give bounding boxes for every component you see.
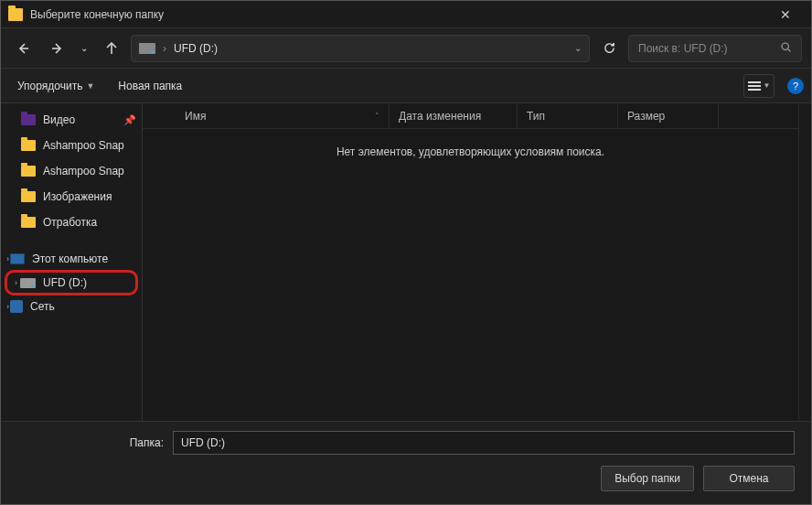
close-button[interactable]: ✕: [767, 1, 804, 28]
video-folder-icon: [21, 114, 36, 125]
window-title: Выберите конечную папку: [30, 8, 767, 21]
button-label: Выбор папки: [614, 472, 680, 485]
folder-icon: [8, 8, 23, 21]
address-bar[interactable]: › UFD (D:) ⌄: [131, 35, 590, 62]
folder-picker-dialog: Выберите конечную папку ✕ ⌄ › UFD (D:) ⌄…: [0, 0, 812, 505]
search-placeholder: Поиск в: UFD (D:): [638, 42, 728, 55]
sidebar-label: Ashampoo Snap: [43, 139, 124, 152]
computer-icon: [10, 253, 25, 264]
folder-name-value: UFD (D:): [181, 436, 225, 449]
search-input[interactable]: Поиск в: UFD (D:): [628, 35, 802, 62]
expand-icon[interactable]: ›: [6, 302, 9, 311]
folder-name-input[interactable]: UFD (D:): [173, 431, 795, 455]
address-dropdown-icon[interactable]: ⌄: [574, 43, 582, 53]
expand-icon[interactable]: ›: [6, 254, 9, 263]
column-label: Дата изменения: [399, 110, 481, 123]
network-icon: [10, 300, 23, 313]
sidebar-item-ufd[interactable]: › UFD (D:): [5, 270, 138, 295]
organize-button[interactable]: Упорядочить ▼: [8, 74, 103, 98]
column-type[interactable]: Тип: [518, 103, 618, 128]
sidebar-item-network[interactable]: › Сеть: [3, 294, 142, 319]
drive-icon: [139, 43, 155, 54]
recent-dropdown[interactable]: ⌄: [76, 35, 92, 62]
select-folder-button[interactable]: Выбор папки: [601, 466, 694, 491]
sidebar-label: UFD (D:): [43, 276, 87, 289]
sidebar-item-snap1[interactable]: Ashampoo Snap: [3, 133, 142, 158]
empty-message: Нет элементов, удовлетворяющих условиям …: [143, 129, 798, 421]
sidebar-label: Ashampoo Snap: [43, 165, 124, 177]
up-button[interactable]: [98, 35, 125, 62]
search-icon: [780, 41, 792, 56]
new-folder-label: Новая папка: [118, 80, 182, 92]
back-button[interactable]: [10, 35, 37, 62]
expand-icon[interactable]: ›: [15, 278, 17, 287]
sidebar-item-snap2[interactable]: Ashampoo Snap: [3, 158, 142, 184]
folder-icon: [21, 191, 36, 202]
titlebar: Выберите конечную папку ✕: [1, 1, 811, 28]
body: Видео 📌 Ashampoo Snap Ashampoo Snap Изоб…: [1, 103, 811, 421]
column-label: Размер: [627, 110, 665, 123]
sidebar-label: Сеть: [30, 300, 55, 313]
drive-icon: [20, 278, 36, 288]
refresh-button[interactable]: [595, 35, 623, 62]
help-button[interactable]: ?: [787, 78, 804, 94]
column-headers: Имя ˄ Дата изменения Тип Размер: [143, 103, 798, 129]
new-folder-button[interactable]: Новая папка: [109, 74, 191, 98]
column-label: Тип: [527, 110, 545, 123]
column-label: Имя: [185, 110, 206, 123]
chevron-down-icon: ▼: [764, 81, 771, 90]
folder-icon: [21, 166, 36, 177]
column-size[interactable]: Размер: [618, 103, 719, 128]
sidebar-label: Отработка: [43, 216, 97, 229]
file-list-area: Имя ˄ Дата изменения Тип Размер Нет элем…: [143, 103, 798, 421]
folder-label: Папка:: [17, 436, 164, 449]
sidebar-item-work[interactable]: Отработка: [3, 210, 142, 235]
breadcrumb-separator-icon: ›: [163, 42, 166, 55]
chevron-down-icon: ▼: [86, 81, 94, 91]
view-options-button[interactable]: ▼: [743, 74, 775, 98]
svg-point-0: [782, 43, 788, 49]
footer: Папка: UFD (D:) Выбор папки Отмена: [1, 421, 811, 504]
pin-icon: 📌: [123, 114, 136, 126]
toolbar: Упорядочить ▼ Новая папка ▼ ?: [1, 69, 811, 103]
button-label: Отмена: [729, 472, 768, 485]
vertical-scrollbar[interactable]: [798, 103, 811, 421]
sidebar-item-videos[interactable]: Видео 📌: [3, 107, 142, 133]
sort-asc-icon: ˄: [375, 112, 379, 121]
sidebar-label: Изображения: [43, 190, 112, 203]
forward-button[interactable]: [43, 35, 70, 62]
sidebar: Видео 📌 Ashampoo Snap Ashampoo Snap Изоб…: [1, 103, 143, 421]
column-date[interactable]: Дата изменения: [390, 103, 518, 128]
organize-label: Упорядочить: [17, 80, 82, 92]
folder-icon: [21, 140, 36, 151]
breadcrumb-location[interactable]: UFD (D:): [174, 42, 218, 55]
list-view-icon: [748, 81, 761, 91]
folder-icon: [21, 217, 36, 228]
sidebar-item-thispc[interactable]: › Этот компьюте: [3, 246, 142, 272]
column-name[interactable]: Имя ˄: [143, 103, 390, 128]
sidebar-label: Этот компьюте: [32, 252, 108, 265]
sidebar-label: Видео: [43, 113, 75, 126]
nav-row: ⌄ › UFD (D:) ⌄ Поиск в: UFD (D:): [1, 28, 811, 69]
sidebar-item-images[interactable]: Изображения: [3, 184, 142, 210]
cancel-button[interactable]: Отмена: [703, 466, 795, 491]
